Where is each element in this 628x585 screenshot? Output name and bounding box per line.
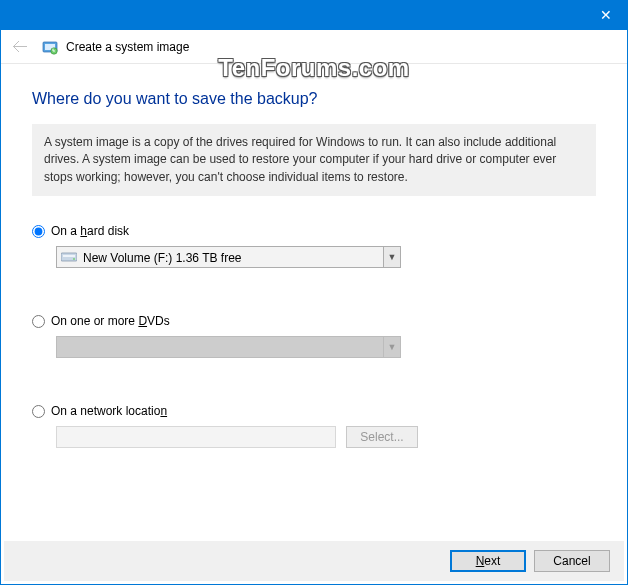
radio-network-input[interactable] — [32, 405, 45, 418]
radio-network-label: On a network location — [51, 404, 167, 418]
dvds-dropdown: ▼ — [56, 336, 401, 358]
header-bar: 🡠 Create a system image — [0, 30, 628, 64]
option-hard-disk: On a hard disk New Volume (F:) 1.36 TB f… — [32, 224, 596, 268]
next-button[interactable]: Next — [450, 550, 526, 572]
hard-disk-dropdown-value: New Volume (F:) 1.36 TB free — [83, 250, 383, 265]
network-select-button: Select... — [346, 426, 418, 448]
svg-rect-4 — [63, 255, 75, 257]
dvds-dropdown-value — [57, 347, 383, 348]
content-area: Where do you want to save the backup? A … — [0, 64, 628, 448]
option-network: On a network location Select... — [32, 404, 596, 448]
page-heading: Where do you want to save the backup? — [32, 90, 596, 108]
app-title: Create a system image — [66, 40, 189, 54]
network-path-input — [56, 426, 336, 448]
radio-network[interactable]: On a network location — [32, 404, 596, 418]
radio-dvds-input[interactable] — [32, 315, 45, 328]
svg-point-5 — [73, 258, 75, 260]
back-arrow-icon: 🡠 — [12, 38, 28, 56]
footer-bar: Next Cancel — [4, 541, 624, 581]
radio-hard-disk-label: On a hard disk — [51, 224, 129, 238]
hard-disk-dropdown[interactable]: New Volume (F:) 1.36 TB free ▼ — [56, 246, 401, 268]
option-dvds: On one or more DVDs ▼ — [32, 314, 596, 358]
radio-dvds-label: On one or more DVDs — [51, 314, 170, 328]
radio-hard-disk-input[interactable] — [32, 225, 45, 238]
chevron-down-icon-disabled: ▼ — [383, 337, 400, 357]
app-icon — [42, 39, 58, 55]
radio-dvds[interactable]: On one or more DVDs — [32, 314, 596, 328]
radio-hard-disk[interactable]: On a hard disk — [32, 224, 596, 238]
disk-icon — [61, 251, 77, 263]
close-icon: ✕ — [600, 7, 612, 23]
window-titlebar: ✕ — [0, 0, 628, 30]
cancel-button[interactable]: Cancel — [534, 550, 610, 572]
chevron-down-icon[interactable]: ▼ — [383, 247, 400, 267]
close-button[interactable]: ✕ — [583, 0, 628, 30]
info-box: A system image is a copy of the drives r… — [32, 124, 596, 196]
